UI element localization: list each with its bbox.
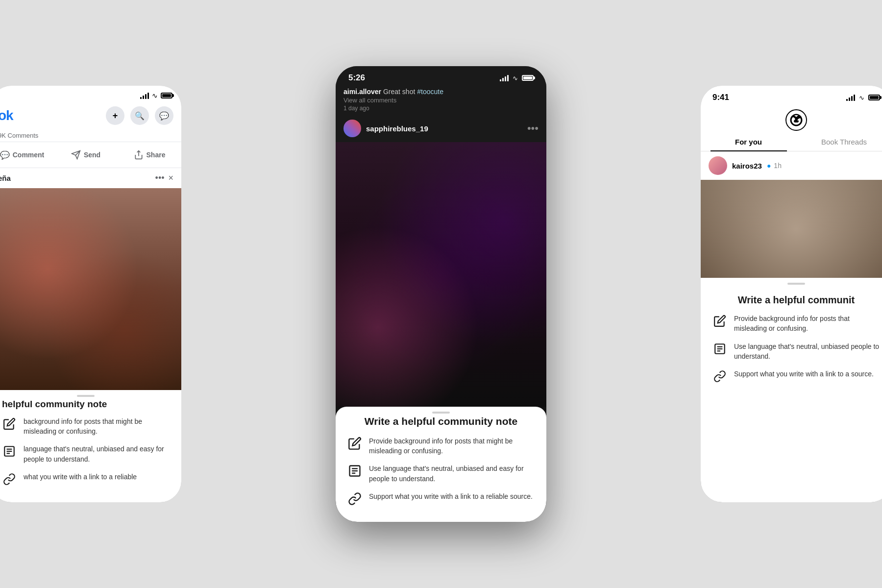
sheet-title-center: Write a helpful community note [347,416,535,427]
note-item-1-right: Provide background info for posts that m… [712,314,880,334]
sheet-title-partial-left: helpful community note [2,399,170,410]
instagram-more-button[interactable]: ••• [527,122,539,135]
edit-icon-left [2,416,17,431]
facebook-header: ok + 🔍 💬 [0,102,181,129]
link-icon-left [2,472,17,487]
threads-logo-wrapper [701,105,882,133]
comments-count: 9K Comments [0,132,38,139]
threads-user-row: kairos23 ● 1h [701,151,882,180]
facebook-logo-partial: ok [0,108,13,123]
send-icon [71,150,81,160]
link-icon-right [712,369,727,384]
phone-left: ∿ ok + 🔍 💬 9K Comments 💬 Comment [0,86,181,502]
tab-for-you-label: For you [735,138,762,146]
comments-count-bar: 9K Comments [0,129,181,142]
facebook-action-bar: 💬 Comment Send Share [0,142,181,168]
note-item-2-text-center: Use language that's neutral, unbiased an… [369,464,535,484]
view-comments[interactable]: View all comments [343,97,539,104]
link-icon-center [347,491,362,506]
instagram-image-blur [336,142,546,407]
instagram-username: sapphireblues_19 [366,124,522,133]
threads-avatar [709,156,727,175]
status-bar-left: ∿ [0,86,181,102]
note-item-3-text-left: what you write with a link to a reliable [24,472,170,482]
wifi-icon-center: ∿ [513,74,518,82]
note-item-1-center: Provide background info for posts that m… [347,436,535,456]
threads-logo-svg [789,113,804,127]
caption-username: aimi.allover [343,88,381,96]
share-button[interactable]: Share [118,146,181,164]
search-button[interactable]: 🔍 [130,106,149,125]
text-icon-left [2,444,17,459]
battery-icon-right [868,95,880,100]
messenger-icon: 💬 [159,111,169,121]
tab-book-threads-label: Book Threads [821,138,867,146]
note-item-1-text-right: Provide background info for posts that m… [734,314,880,334]
tab-active-indicator [710,150,787,151]
instagram-post-image [336,142,546,407]
threads-verified-badge: ● [767,162,771,170]
threads-image-blur [701,180,882,278]
scene: ∿ ok + 🔍 💬 9K Comments 💬 Comment [0,0,882,588]
threads-tabs: For you Book Threads [701,133,882,151]
sheet-handle-center [347,407,535,416]
instagram-avatar [343,120,361,137]
send-label: Send [84,151,100,159]
instagram-caption-area: aimi.allover Great shot #toocute View al… [336,86,546,115]
plus-icon: + [113,111,118,121]
tab-book-threads[interactable]: Book Threads [796,133,882,151]
note-item-2-text-right: Use language that's neutral, unbiased pe… [734,342,880,362]
community-note-sheet-center: Write a helpful community note Provide b… [336,407,546,522]
sheet-title-right: Write a helpful communit [712,287,880,306]
caption-text: aimi.allover Great shot #toocute [343,88,539,96]
note-item-1-left: background info for posts that might be … [2,416,170,437]
more-options-button[interactable]: ••• [155,173,165,183]
signal-icon-center [500,74,509,81]
handle-bar-center [432,412,450,414]
note-item-3-text-center: Support what you write with a link to a … [369,491,535,501]
comment-icon: 💬 [0,150,10,160]
comment-label: Comment [13,151,45,159]
image-blur-overlay [0,188,181,390]
instagram-user-row: sapphireblues_19 ••• [336,115,546,142]
messenger-button[interactable]: 💬 [155,106,173,125]
status-icons-center: ∿ [500,74,534,82]
sheet-handle-left [2,390,170,399]
note-item-1-text-center: Provide background info for posts that m… [369,436,535,456]
close-button[interactable]: × [168,173,173,183]
status-bar-center: 5:26 ∿ [336,66,546,86]
threads-logo [785,109,807,131]
post-timestamp: 1 day ago [343,105,539,112]
note-item-3-text-right: Support what you write with a link to a … [734,369,880,379]
comment-section-title: eña [0,174,151,182]
threads-post-image [701,180,882,278]
status-bar-right: 9:41 ∿ [701,86,882,105]
edit-icon-right [712,314,727,328]
status-time-right: 9:41 [712,93,729,102]
note-item-2-text-left: language that's neutral, unbiased and ea… [24,444,170,464]
tab-for-you[interactable]: For you [701,133,796,151]
facebook-post-image [0,188,181,390]
note-item-3-right: Support what you write with a link to a … [712,369,880,384]
comment-button[interactable]: 💬 Comment [0,146,54,164]
add-button[interactable]: + [106,106,124,125]
caption-hashtag: #toocute [417,88,443,96]
handle-bar-right [787,283,805,285]
text-icon-center [347,464,362,478]
signal-icon [140,92,149,99]
text-icon-right [712,342,727,356]
caption-content: Great shot [383,88,417,96]
community-note-sheet-left: helpful community note background info f… [0,390,181,502]
community-note-sheet-right: Write a helpful communit Provide backgro… [701,278,882,399]
phone-right: 9:41 ∿ For you [701,86,882,502]
search-icon: 🔍 [135,111,145,121]
note-item-1-text-left: background info for posts that might be … [24,416,170,437]
comment-section-header: eña ••• × [0,168,181,188]
note-item-3-center: Support what you write with a link to a … [347,491,535,506]
note-item-2-right: Use language that's neutral, unbiased pe… [712,342,880,362]
send-button[interactable]: Send [54,146,118,164]
battery-icon [161,93,172,98]
wifi-icon-right: ∿ [859,94,864,101]
threads-time-ago: 1h [774,162,782,170]
sheet-handle-right [712,278,880,287]
